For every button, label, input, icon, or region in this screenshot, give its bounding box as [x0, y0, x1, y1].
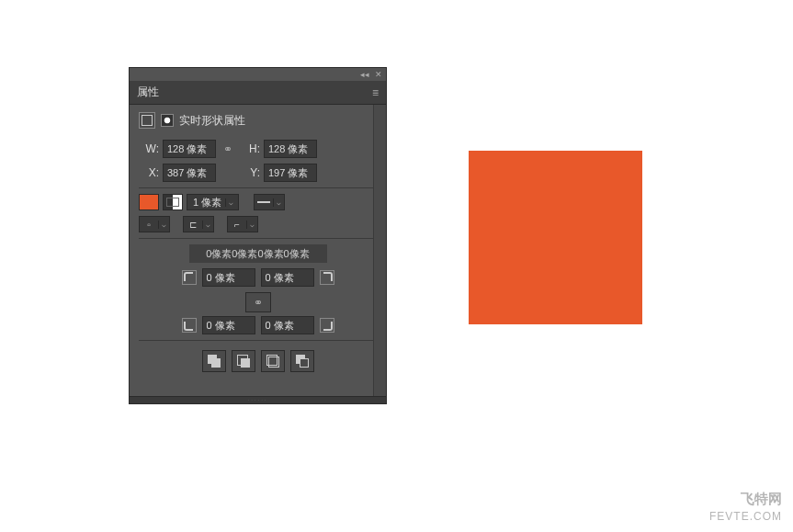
x-label: X: [139, 166, 159, 179]
separator [139, 238, 377, 239]
corners-summary: 0像素0像素0像素0像素 [189, 244, 327, 263]
corner-tl-icon[interactable] [182, 270, 197, 285]
h-label: H: [240, 142, 260, 155]
panel-body: W: ⚭ H: X: Y: 1 像素 ⌵ ⌵ [130, 136, 386, 383]
pathfinder-row [139, 350, 377, 372]
chevron-down-icon: ⌵ [225, 198, 236, 207]
bounding-box-icon[interactable] [139, 112, 155, 129]
close-icon[interactable]: ✕ [375, 70, 382, 79]
exclude-icon [296, 355, 309, 368]
intersect-icon [266, 355, 279, 368]
panel-title: 属性 [137, 85, 159, 100]
size-row: W: ⚭ H: [139, 140, 377, 158]
separator [139, 340, 377, 341]
width-input[interactable] [163, 140, 216, 158]
fill-swatch[interactable] [139, 194, 159, 210]
corner-bl-icon[interactable] [182, 318, 197, 333]
panel-subheader: 实时形状属性 [130, 105, 386, 136]
corner-br-icon[interactable] [320, 318, 334, 333]
separator [139, 187, 377, 188]
stroke-line-icon [255, 195, 273, 209]
align-center-icon: ▫ [140, 217, 158, 232]
y-input[interactable] [264, 164, 317, 182]
union-button[interactable] [202, 350, 226, 372]
corner-icon: ⌐ [228, 217, 246, 232]
panel-titlebar: ◂◂ ✕ [130, 68, 386, 81]
stroke-align-dropdown[interactable]: ▫ ⌵ [139, 216, 170, 232]
chevron-down-icon: ⌵ [273, 198, 284, 207]
corner-tr-icon[interactable] [320, 270, 334, 285]
subheader-label: 实时形状属性 [179, 113, 245, 129]
chevron-down-icon: ⌵ [246, 221, 257, 229]
intersect-button[interactable] [261, 350, 285, 372]
stroke-style-dropdown[interactable]: ⌵ [254, 194, 285, 210]
mask-icon[interactable] [161, 114, 174, 127]
link-corners-button[interactable]: ⚭ [245, 292, 271, 312]
subtract-icon [237, 355, 250, 368]
caps-dropdown[interactable]: ⊏ ⌵ [183, 216, 214, 232]
panel-menu-icon[interactable]: ≡ [372, 86, 379, 99]
union-icon [208, 355, 221, 368]
corners-dropdown[interactable]: ⌐ ⌵ [227, 216, 258, 232]
position-row: X: Y: [139, 164, 377, 182]
link-wh-icon[interactable]: ⚭ [220, 141, 236, 157]
canvas-rectangle-shape[interactable] [469, 151, 642, 324]
align-row: ▫ ⌵ ⊏ ⌵ ⌐ ⌵ [139, 216, 377, 232]
cap-icon: ⊏ [184, 217, 202, 232]
height-input[interactable] [264, 140, 317, 158]
properties-panel: ◂◂ ✕ 属性 ≡ 实时形状属性 W: ⚭ H: X: Y: [129, 67, 387, 404]
stroke-swatch[interactable] [163, 194, 183, 210]
chevron-down-icon: ⌵ [202, 221, 213, 229]
y-label: Y: [240, 166, 260, 179]
corner-top-row [139, 268, 377, 287]
watermark-cn: 飞特网 [709, 491, 782, 508]
panel-header: 属性 ≡ [130, 81, 386, 105]
panel-resize-grip[interactable]: ······ [130, 396, 386, 403]
subtract-button[interactable] [232, 350, 255, 372]
stroke-width-dropdown[interactable]: 1 像素 ⌵ [187, 194, 239, 210]
x-input[interactable] [163, 164, 216, 182]
collapse-icon[interactable]: ◂◂ [360, 70, 369, 79]
corner-tl-input[interactable] [202, 268, 255, 287]
scrollbar[interactable] [373, 105, 386, 396]
chevron-down-icon: ⌵ [158, 221, 169, 229]
watermark: 飞特网 FEVTE.COM [709, 491, 782, 523]
exclude-button[interactable] [290, 350, 314, 372]
corner-bottom-row [139, 316, 377, 334]
watermark-en: FEVTE.COM [709, 510, 782, 523]
corner-br-input[interactable] [261, 316, 314, 334]
corner-tr-input[interactable] [261, 268, 314, 287]
w-label: W: [139, 142, 159, 155]
corner-bl-input[interactable] [202, 316, 255, 334]
stroke-width-value: 1 像素 [189, 196, 225, 209]
fill-stroke-row: 1 像素 ⌵ ⌵ [139, 194, 377, 210]
